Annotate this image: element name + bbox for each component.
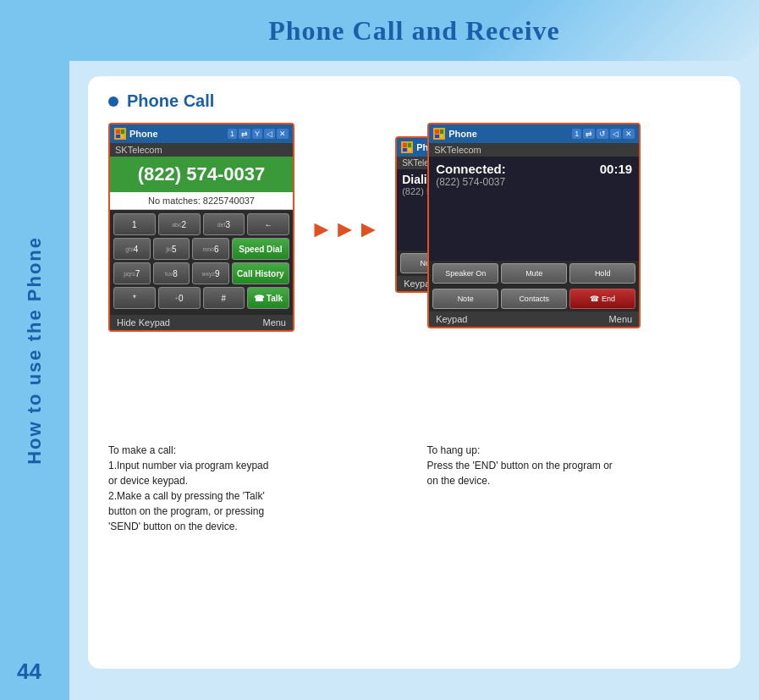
key-backspace[interactable]: ← <box>247 213 289 235</box>
tb-icon4: ◁ <box>264 129 275 139</box>
desc-left: To make a call: 1.Input number via progr… <box>108 443 402 534</box>
desc-right-l2: Press the 'END' button on the program or <box>427 458 721 473</box>
phone1-provider: SKTelecom <box>110 143 293 157</box>
phone1-no-match: No matches: 8225740037 <box>110 192 293 210</box>
section-header: Phone Call <box>108 91 720 111</box>
mute-btn[interactable]: Mute <box>501 263 567 284</box>
section-title-text: Phone Call <box>127 91 214 111</box>
front-tb-x[interactable]: ✕ <box>623 129 635 139</box>
phone1-bottom-bar: Hide Keypad Menu <box>110 315 293 330</box>
windows-logo-icon3 <box>433 128 445 140</box>
phone2-front-window: Phone 1 ⇄ ↺ ◁ ✕ SKTelecom Connec <box>427 123 641 328</box>
key-7[interactable]: pqrs7 <box>113 262 151 284</box>
phone2-front-titlebar-left: Phone <box>433 128 477 140</box>
tb-icon3: Y <box>252 129 262 139</box>
desc-left-l5: button on the program, or pressing <box>108 504 402 519</box>
connected-text: Connected: <box>436 162 506 176</box>
phone-stack: Phone ✕ SKTeleco Dialing.. (822) 574-0 N… <box>395 123 641 427</box>
key-talk[interactable]: ☎ Talk <box>247 287 289 309</box>
phone2-front-provider: SKTelecom <box>429 143 639 157</box>
key-call-history[interactable]: Call History <box>232 262 289 284</box>
key-hash[interactable]: # <box>203 287 245 309</box>
phones-row: Phone 1 ⇄ Y ◁ ✕ SKTelecom (822) 574-0037… <box>108 123 720 427</box>
page-title: Phone Call and Receive <box>268 15 560 47</box>
phone2-front-titlebar: Phone 1 ⇄ ↺ ◁ ✕ <box>429 124 639 143</box>
speaker-on-btn[interactable]: Speaker On <box>432 263 498 284</box>
key-3[interactable]: def3 <box>203 213 245 235</box>
keypad-row-1: 1 abc2 def3 ← <box>113 213 289 235</box>
key-9[interactable]: wxyz9 <box>192 262 229 284</box>
key-2[interactable]: abc2 <box>158 213 201 235</box>
desc-right-l3: on the device. <box>427 473 721 488</box>
phone1-number: (822) 574-0037 <box>110 157 293 192</box>
phone2-action-row1: Speaker On Mute Hold <box>429 261 639 286</box>
desc-left-l6: 'SEND' button on the device. <box>108 519 402 534</box>
front-keypad-label[interactable]: Keypad <box>436 314 467 324</box>
phone1-keypad: 1 abc2 def3 ← ghi4 jkl5 mno6 Speed Dial … <box>110 210 293 315</box>
arrow-box: ►►► <box>310 216 380 243</box>
phone1-hide-keypad[interactable]: Hide Keypad <box>117 317 170 328</box>
connected-label-row: Connected: 00:19 <box>436 162 632 176</box>
front-tb-4: ◁ <box>610 129 621 139</box>
key-star[interactable]: * <box>113 287 156 309</box>
keypad-row-2: ghi4 jkl5 mno6 Speed Dial <box>113 238 289 260</box>
page-header: Phone Call and Receive <box>69 0 759 61</box>
key-8[interactable]: tuv8 <box>153 262 190 284</box>
sidebar-label: How to use the Phone <box>24 236 46 465</box>
phone2-action-row2: Note Contacts ☎ End <box>429 286 639 311</box>
phone2-call-body <box>429 193 639 261</box>
main-content: Phone Call and Receive Phone Call <box>69 0 759 700</box>
key-speed-dial[interactable]: Speed Dial <box>232 238 289 260</box>
tb-icon1: 1 <box>228 129 237 139</box>
desc-right: To hang up: Press the 'END' button on th… <box>427 443 721 534</box>
tb-close[interactable]: ✕ <box>277 129 289 139</box>
keypad-row-3: pqrs7 tuv8 wxyz9 Call History <box>113 262 289 284</box>
desc-left-l3: or device keypad. <box>108 473 402 488</box>
tb-icon2: ⇄ <box>239 129 250 139</box>
phone2-front-bottom: Keypad Menu <box>429 311 639 327</box>
call-time: 00:19 <box>600 162 632 176</box>
key-1[interactable]: 1 <box>113 213 156 235</box>
front-tb-1: 1 <box>572 129 581 139</box>
page-number: 44 <box>17 659 41 685</box>
front-tb-2: ⇄ <box>583 129 595 139</box>
phone1-titlebar-left: Phone <box>114 128 158 140</box>
phone1-menu[interactable]: Menu <box>262 317 286 328</box>
front-tb-3: ↺ <box>597 129 608 139</box>
key-5[interactable]: jkl5 <box>153 238 190 260</box>
contacts-btn[interactable]: Contacts <box>501 289 567 309</box>
connected-number: (822) 574-0037 <box>436 176 632 188</box>
front-menu-label[interactable]: Menu <box>609 314 633 324</box>
key-0[interactable]: +0 <box>158 287 201 309</box>
keypad-row-4: * +0 # ☎ Talk <box>113 287 289 309</box>
windows-logo-icon <box>114 128 126 140</box>
desc-left-l1: To make a call: <box>108 443 402 458</box>
note-btn[interactable]: Note <box>432 289 498 309</box>
bullet-icon <box>108 96 118 107</box>
phone1-title: Phone <box>129 129 158 139</box>
phone2-connected-bar: Connected: 00:19 (822) 574-0037 <box>429 157 639 193</box>
arrow-icon: ►►► <box>310 216 380 243</box>
descriptions: To make a call: 1.Input number via progr… <box>108 443 720 534</box>
hold-btn[interactable]: Hold <box>569 263 635 284</box>
phone1-window: Phone 1 ⇄ Y ◁ ✕ SKTelecom (822) 574-0037… <box>108 123 294 332</box>
phone2-front-title: Phone <box>448 129 477 139</box>
sidebar: How to use the Phone <box>0 0 69 700</box>
content-area: Phone Call <box>88 76 740 669</box>
phone1-titlebar: Phone 1 ⇄ Y ◁ ✕ <box>110 124 293 143</box>
desc-left-l4: 2.Make a call by pressing the 'Talk' <box>108 488 402 504</box>
key-6[interactable]: mno6 <box>192 238 229 260</box>
key-4[interactable]: ghi4 <box>113 238 151 260</box>
windows-logo-icon2 <box>401 141 413 153</box>
phone1-titlebar-icons: 1 ⇄ Y ◁ ✕ <box>228 129 289 139</box>
desc-right-l1: To hang up: <box>427 443 721 458</box>
phone2-front-tb-icons: 1 ⇄ ↺ ◁ ✕ <box>572 129 635 139</box>
desc-left-l2: 1.Input number via program keypad <box>108 458 402 473</box>
end-btn[interactable]: ☎ End <box>569 289 635 309</box>
